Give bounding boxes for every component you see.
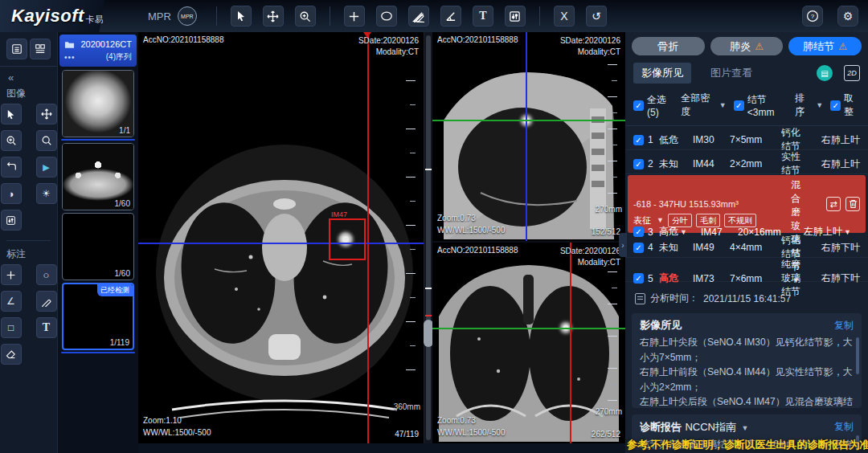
mode-nodule-button[interactable]: 肺结节 ⚠ (788, 37, 862, 55)
settings-button[interactable]: ⚙ (837, 6, 858, 27)
window-level-button[interactable] (505, 6, 526, 27)
angle-icon: ∠ (6, 296, 15, 307)
density-filter-dropdown[interactable]: 全部密度 ▼ (681, 92, 727, 119)
annotate-angle-button[interactable]: ∠ (1, 291, 22, 312)
mode-fracture-button[interactable]: 骨折 (632, 37, 705, 55)
checkbox-checked-icon[interactable]: ✓ (633, 226, 644, 237)
nodule-row-3-selected[interactable]: ✓3 高危▼ IM47 20×16mm 混合磨玻璃结节▼ 左肺上叶▼ -618 … (628, 175, 866, 233)
wl-preset-button[interactable] (1, 210, 22, 231)
series-more-icon[interactable]: ••• (64, 53, 76, 62)
sort-dropdown[interactable]: 排序 ▼ (795, 92, 823, 119)
cine-play-button[interactable]: ▶ (36, 157, 57, 178)
select-cursor-button[interactable] (231, 6, 252, 27)
zoom-in-tool-button[interactable] (1, 130, 22, 151)
coronal-viewport[interactable]: AccNO:202101158888 SDate:20200126 Modali… (432, 243, 625, 443)
findings-scrollbar[interactable] (856, 337, 859, 374)
zoom-in-button[interactable] (295, 6, 316, 27)
thumbnail-series-4-selected[interactable]: 已经检测 1/119 (62, 283, 134, 350)
select-tool-button[interactable] (1, 104, 22, 124)
invert-tool-button[interactable]: ◑ (1, 183, 22, 204)
annotate-ellipse-button[interactable]: ○ (36, 264, 57, 285)
thumbnail-series-2[interactable]: 1/60 (62, 143, 134, 210)
axial-crosshair-horizontal[interactable] (138, 243, 424, 244)
tab-image-view[interactable]: 图片查看 (702, 63, 760, 84)
report-guide-dropdown[interactable]: NCCN指南 (685, 421, 736, 433)
annotate-tools-label: 标注 (0, 246, 57, 264)
ellipse-tool-button[interactable] (376, 6, 397, 27)
chevron-down-icon: ▼ (844, 228, 851, 236)
risk-level-dropdown[interactable]: 高危 (659, 226, 678, 237)
nodule-row-1[interactable]: ✓1 低危 IM30 7×5mm 钙化结节 右肺上叶 (625, 126, 868, 150)
sagittal-crosshair-vertical[interactable] (526, 32, 527, 241)
annotate-text-button[interactable]: T (36, 317, 57, 338)
nodule-size: 4×4mm (730, 242, 781, 253)
sagittal-crosshair-horizontal[interactable] (432, 120, 625, 121)
risk-level: 未知 (659, 157, 693, 171)
nodule-row-2[interactable]: ✓2 未知 IM44 2×2mm 实性结节 右肺上叶 (625, 150, 868, 174)
nodule-row-5[interactable]: ✓5 高危 IM73 7×6mm 纯磨玻璃结节 右肺下叶 (625, 258, 868, 282)
ruler-pencil-icon (412, 10, 424, 22)
chevron-down-icon: ▼ (741, 424, 748, 432)
angle-tool-button[interactable] (440, 6, 461, 27)
crosshair-tool-button[interactable] (344, 6, 365, 27)
mpr-layout-icon[interactable]: MPR (178, 6, 197, 26)
features-dropdown[interactable]: 表征 (633, 214, 651, 226)
crosshair-drag-marker[interactable] (363, 32, 371, 38)
pan-button[interactable] (263, 6, 284, 27)
nodule-location-dropdown[interactable]: 左肺上叶 (804, 226, 842, 237)
feature-tag[interactable]: 毛刺 (696, 214, 720, 227)
compare-button[interactable]: ⇄ (826, 197, 841, 211)
list-icon (11, 43, 23, 55)
thumb-label: 1/60 (115, 269, 130, 278)
tab-findings[interactable]: 影像所见 (633, 63, 691, 84)
rectangle-icon: □ (8, 322, 14, 333)
pan-icon (41, 108, 52, 120)
rotate-tool-button[interactable] (1, 157, 22, 178)
layout-tree-button[interactable] (30, 39, 51, 59)
axial-viewport[interactable]: IM47 AccNO:202101158888 SDate:20200126 M… (138, 32, 424, 443)
2d-mode-button[interactable]: 2D (844, 65, 860, 81)
text-icon: T (479, 10, 486, 22)
brightness-tool-button[interactable]: ☀ (36, 183, 57, 204)
coronal-crosshair-vertical[interactable] (570, 243, 571, 443)
round-checkbox[interactable]: ✓ 取整 (830, 92, 860, 119)
annotate-rect-button[interactable]: □ (1, 317, 22, 338)
annotate-ruler-button[interactable] (36, 291, 57, 312)
checkbox-checked-icon[interactable]: ✓ (633, 135, 644, 145)
coronal-crosshair-horizontal[interactable] (432, 328, 625, 329)
small-nodule-checkbox[interactable]: ✓ 结节<3mm (734, 93, 788, 118)
annotate-crosshair-button[interactable] (1, 264, 22, 285)
panel-collapse-handle[interactable]: › (619, 233, 627, 257)
nodule-filters: ✓ 全选(5) 全部密度 ▼ ✓ 结节<3mm 排序 ▼ ✓ 取整 (625, 88, 868, 126)
nodule-bounding-box[interactable] (329, 218, 366, 260)
help-button[interactable]: ? (802, 6, 823, 27)
axial-crosshair-vertical[interactable] (367, 32, 369, 443)
thumbnail-scout[interactable]: 1/1 (62, 70, 134, 137)
current-slice-mark (425, 315, 432, 316)
collapse-sidebar-button[interactable]: « (0, 67, 57, 85)
feature-tag[interactable]: 分叶 (668, 214, 692, 227)
eraser-button[interactable] (1, 344, 22, 365)
reset-button[interactable]: ↺ (586, 6, 607, 27)
series-header[interactable]: 20200126CT ••• (4)序列 (59, 35, 137, 67)
select-all-checkbox[interactable]: ✓ 全选(5) (633, 93, 674, 118)
series-list-button[interactable] (6, 39, 27, 59)
text-tool-button[interactable]: T (473, 6, 493, 27)
checkbox-checked-icon[interactable]: ✓ (633, 159, 644, 169)
thumbnail-series-3[interactable]: 1/60 (62, 213, 134, 280)
pan-tool-button[interactable] (36, 104, 57, 124)
ruler-tool-button[interactable] (408, 6, 429, 27)
copy-findings-button[interactable]: 复制 (834, 319, 854, 333)
sagittal-viewport[interactable]: AccNO:202101158888 SDate:20200126 Modali… (432, 32, 625, 241)
scrollbar-track[interactable] (426, 35, 431, 440)
report-image-icon[interactable]: ▤ (817, 65, 833, 81)
chevron-down-icon: ▼ (680, 228, 687, 236)
feature-tag[interactable]: 不规则 (724, 214, 756, 227)
close-tool-button[interactable]: X (554, 6, 575, 27)
copy-report-button[interactable]: 复制 (834, 420, 854, 434)
mode-pneumonia-button[interactable]: 肺炎 ⚠ (710, 37, 784, 55)
delete-nodule-button[interactable] (845, 197, 860, 211)
magnify-tool-button[interactable] (36, 130, 57, 151)
axial-slice-scrollbar[interactable] (424, 32, 432, 443)
checkbox-checked-icon[interactable]: ✓ (633, 243, 644, 253)
